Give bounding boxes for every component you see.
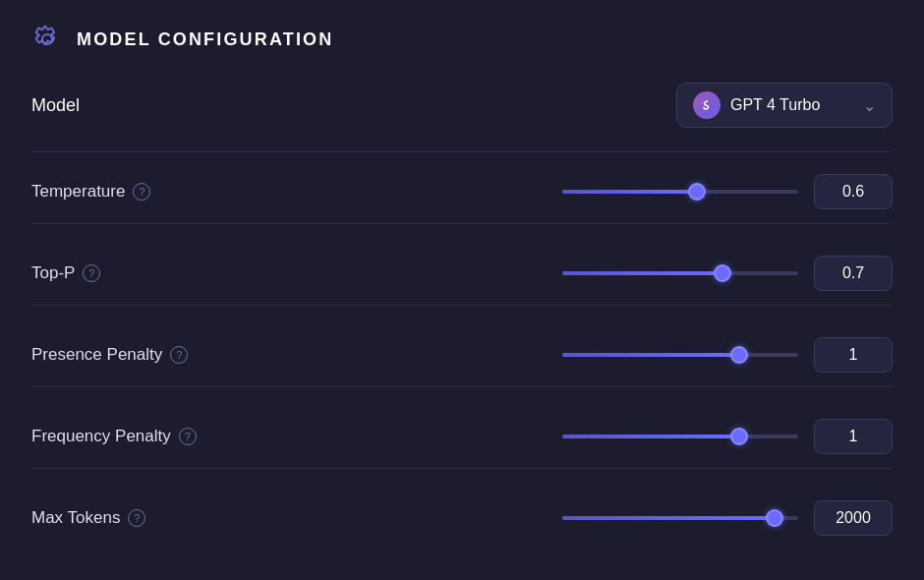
param-row-max-tokens: Max Tokens ? 2000	[31, 487, 893, 550]
slider-fill-top-p	[562, 271, 722, 275]
value-box-top-p[interactable]: 0.7	[814, 256, 893, 291]
slider-thumb-frequency-penalty[interactable]	[730, 428, 748, 445]
row-divider-2	[31, 386, 893, 387]
value-box-frequency-penalty[interactable]: 1	[814, 419, 893, 454]
params-list: Temperature ? 0.6 Top-P ? 0.7	[31, 160, 893, 550]
gear-icon	[31, 24, 63, 55]
row-divider-3	[31, 468, 893, 469]
openai-logo	[693, 91, 721, 119]
slider-thumb-presence-penalty[interactable]	[730, 346, 748, 364]
row-divider-0	[31, 223, 893, 224]
help-icon-top-p[interactable]: ?	[83, 264, 100, 282]
slider-track-presence-penalty[interactable]	[562, 353, 798, 357]
param-name-temperature: Temperature	[31, 182, 125, 202]
model-select-inner: GPT 4 Turbo	[693, 91, 820, 119]
slider-thumb-temperature[interactable]	[688, 183, 706, 201]
model-select-dropdown[interactable]: GPT 4 Turbo ⌄	[676, 83, 893, 128]
slider-fill-max-tokens	[562, 516, 775, 520]
param-label-frequency-penalty: Frequency Penalty ?	[31, 427, 287, 446]
chevron-down-icon: ⌄	[863, 96, 876, 115]
param-name-presence-penalty: Presence Penalty	[31, 345, 162, 365]
panel-header: MODEL CONFIGURATION	[31, 24, 893, 55]
param-label-temperature: Temperature ?	[31, 182, 287, 202]
slider-group-temperature: 0.6	[562, 174, 893, 209]
panel-title: MODEL CONFIGURATION	[77, 29, 333, 50]
param-row-frequency-penalty: Frequency Penalty ? 1	[31, 405, 893, 468]
slider-fill-presence-penalty	[562, 353, 739, 357]
help-icon-temperature[interactable]: ?	[133, 183, 150, 201]
value-box-max-tokens[interactable]: 2000	[814, 500, 893, 536]
model-label: Model	[31, 95, 80, 116]
slider-group-max-tokens: 2000	[562, 500, 893, 536]
svg-point-1	[706, 100, 708, 102]
row-divider-1	[31, 305, 893, 306]
slider-group-frequency-penalty: 1	[562, 419, 893, 454]
param-name-max-tokens: Max Tokens	[31, 508, 120, 528]
slider-track-max-tokens[interactable]	[562, 516, 798, 520]
slider-track-top-p[interactable]	[562, 271, 798, 275]
slider-track-temperature[interactable]	[562, 190, 798, 194]
model-configuration-panel: MODEL CONFIGURATION Model	[0, 0, 924, 580]
param-name-frequency-penalty: Frequency Penalty	[31, 427, 171, 446]
model-row: Model GPT 4	[31, 83, 893, 128]
param-name-top-p: Top-P	[31, 263, 75, 283]
value-box-presence-penalty[interactable]: 1	[814, 337, 893, 373]
param-row-presence-penalty: Presence Penalty ? 1	[31, 323, 893, 386]
param-label-presence-penalty: Presence Penalty ?	[31, 345, 287, 365]
slider-fill-frequency-penalty	[562, 435, 739, 438]
param-row-temperature: Temperature ? 0.6	[31, 160, 893, 223]
section-divider	[31, 151, 893, 152]
help-icon-frequency-penalty[interactable]: ?	[179, 428, 197, 445]
help-icon-presence-penalty[interactable]: ?	[170, 346, 188, 364]
help-icon-max-tokens[interactable]: ?	[128, 509, 145, 527]
slider-fill-temperature	[562, 190, 697, 194]
slider-thumb-max-tokens[interactable]	[766, 509, 783, 527]
param-row-top-p: Top-P ? 0.7	[31, 242, 893, 305]
param-label-top-p: Top-P ?	[31, 263, 287, 283]
slider-group-top-p: 0.7	[562, 256, 893, 291]
model-name: GPT 4 Turbo	[730, 96, 820, 114]
slider-thumb-top-p[interactable]	[714, 264, 731, 282]
slider-group-presence-penalty: 1	[562, 337, 893, 373]
param-label-max-tokens: Max Tokens ?	[31, 508, 287, 528]
slider-track-frequency-penalty[interactable]	[562, 435, 798, 438]
value-box-temperature[interactable]: 0.6	[814, 174, 893, 209]
